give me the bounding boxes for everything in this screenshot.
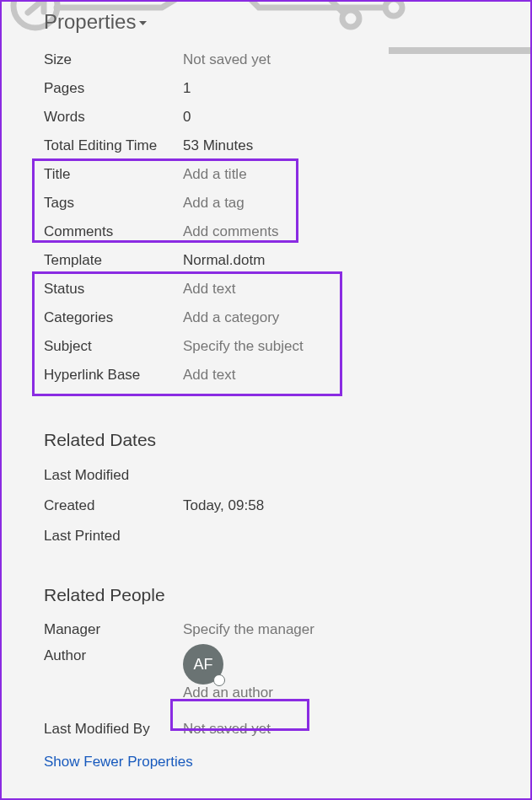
categories-input[interactable]: Add a category	[183, 309, 279, 326]
manager-input[interactable]: Specify the manager	[183, 621, 314, 638]
tags-label: Tags	[44, 195, 183, 212]
author-initials: AF	[193, 656, 212, 674]
chevron-down-icon	[139, 15, 147, 29]
tags-input[interactable]: Add a tag	[183, 195, 245, 212]
comments-label: Comments	[44, 223, 183, 240]
size-label: Size	[44, 51, 183, 68]
related-dates-heading: Related Dates	[44, 430, 488, 450]
template-label: Template	[44, 252, 183, 269]
pages-label: Pages	[44, 80, 183, 97]
show-fewer-properties-link[interactable]: Show Fewer Properties	[44, 754, 193, 770]
categories-label: Categories	[44, 309, 183, 326]
manager-label: Manager	[44, 621, 183, 638]
template-value: Normal.dotm	[183, 252, 265, 269]
created-value: Today, 09:58	[183, 497, 264, 514]
words-label: Words	[44, 109, 183, 126]
size-value: Not saved yet	[183, 51, 271, 68]
properties-dropdown[interactable]: Properties	[44, 10, 147, 34]
status-label: Status	[44, 281, 183, 298]
total-edit-value: 53 Minutes	[183, 137, 253, 154]
title-label: Title	[44, 166, 183, 183]
pages-value: 1	[183, 80, 191, 97]
subject-label: Subject	[44, 338, 183, 355]
last-modified-label: Last Modified	[44, 467, 183, 484]
author-label: Author	[44, 644, 183, 664]
status-input[interactable]: Add text	[183, 281, 235, 298]
add-author-input[interactable]: Add an author	[183, 685, 273, 701]
last-modified-by-value: Not saved yet	[183, 721, 271, 738]
last-modified-by-label: Last Modified By	[44, 721, 183, 738]
title-input[interactable]: Add a title	[183, 166, 247, 183]
total-edit-label: Total Editing Time	[44, 137, 183, 154]
hyperlink-input[interactable]: Add text	[183, 367, 235, 384]
comments-input[interactable]: Add comments	[183, 223, 278, 240]
last-printed-label: Last Printed	[44, 528, 183, 545]
author-avatar[interactable]: AF	[183, 644, 223, 685]
words-value: 0	[183, 109, 191, 126]
properties-title: Properties	[44, 10, 136, 34]
related-people-heading: Related People	[44, 585, 488, 605]
hyperlink-label: Hyperlink Base	[44, 367, 183, 384]
subject-input[interactable]: Specify the subject	[183, 338, 304, 355]
presence-icon	[213, 674, 225, 686]
created-label: Created	[44, 497, 183, 514]
